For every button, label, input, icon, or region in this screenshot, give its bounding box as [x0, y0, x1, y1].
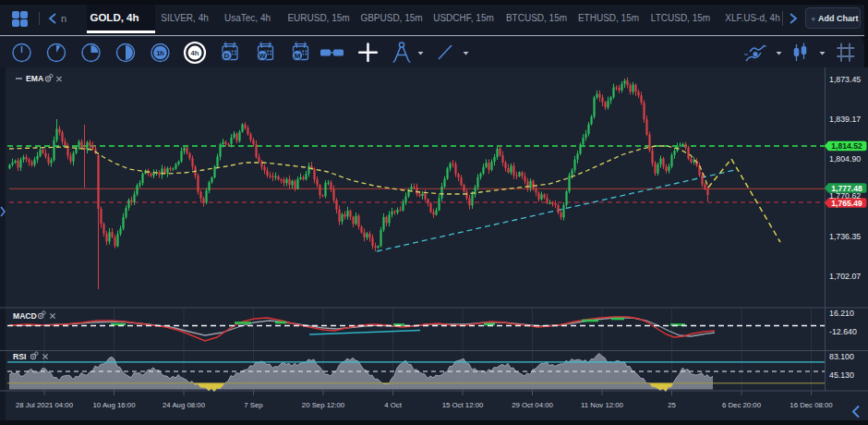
- svg-text:EMA: EMA: [26, 74, 43, 83]
- svg-text:7 Sep: 7 Sep: [244, 401, 263, 409]
- svg-text:1,736.35: 1,736.35: [829, 232, 861, 241]
- svg-text:D: D: [224, 52, 230, 60]
- svg-text:25: 25: [668, 401, 676, 409]
- svg-text:24 Aug 08:00: 24 Aug 08:00: [163, 401, 206, 409]
- svg-text:1,770.62: 1,770.62: [829, 191, 861, 200]
- svg-text:45.130: 45.130: [829, 370, 854, 380]
- svg-text:1,814.52: 1,814.52: [831, 141, 862, 151]
- svg-text:15 Oct 12:00: 15 Oct 12:00: [442, 401, 484, 409]
- svg-text:11 Nov 12:00: 11 Nov 12:00: [581, 401, 623, 409]
- svg-text:RSI: RSI: [13, 352, 26, 361]
- svg-text:1h: 1h: [156, 50, 163, 56]
- svg-text:MACD: MACD: [13, 311, 37, 321]
- svg-text:29 Oct 04:00: 29 Oct 04:00: [512, 401, 553, 409]
- svg-text:6 Dec 20:00: 6 Dec 20:00: [722, 401, 762, 409]
- svg-text:20 Sep 12:00: 20 Sep 12:00: [302, 401, 345, 409]
- svg-text:W: W: [259, 52, 266, 60]
- svg-text:4h: 4h: [191, 49, 199, 57]
- svg-text:-12.640: -12.640: [829, 327, 857, 336]
- svg-text:16.210: 16.210: [829, 309, 854, 318]
- svg-text:28 Jul 2021 04:00: 28 Jul 2021 04:00: [16, 401, 74, 409]
- svg-text:1,702.07: 1,702.07: [829, 272, 861, 281]
- svg-text:4 Oct: 4 Oct: [384, 401, 402, 409]
- svg-text:83.100: 83.100: [829, 352, 854, 361]
- svg-text:1,839.17: 1,839.17: [829, 115, 861, 124]
- svg-text:10 Aug 16:00: 10 Aug 16:00: [93, 401, 137, 409]
- svg-text:1,804.90: 1,804.90: [829, 154, 861, 164]
- svg-text:M: M: [295, 52, 301, 60]
- svg-text:1,873.45: 1,873.45: [829, 75, 861, 84]
- svg-text:16 Dec 08:00: 16 Dec 08:00: [790, 401, 833, 409]
